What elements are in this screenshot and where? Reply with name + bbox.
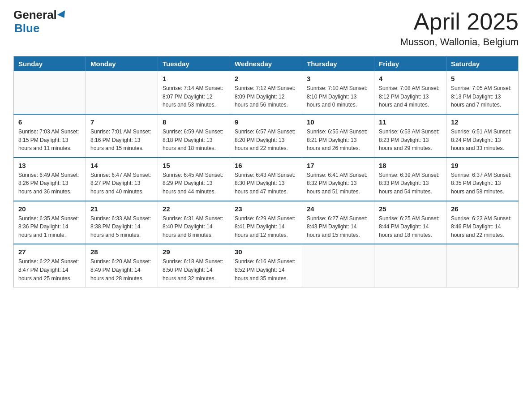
day-number: 7 (90, 118, 153, 126)
logo-arrow-icon (57, 10, 68, 20)
day-info: Sunrise: 6:16 AM Sunset: 8:52 PM Dayligh… (235, 257, 297, 283)
calendar-cell: 1Sunrise: 7:14 AM Sunset: 8:07 PM Daylig… (158, 71, 230, 114)
day-number: 13 (18, 162, 81, 169)
day-info: Sunrise: 6:55 AM Sunset: 8:21 PM Dayligh… (307, 128, 369, 153)
day-info: Sunrise: 7:14 AM Sunset: 8:07 PM Dayligh… (163, 84, 225, 109)
day-number: 21 (90, 205, 153, 213)
day-info: Sunrise: 6:29 AM Sunset: 8:41 PM Dayligh… (235, 214, 297, 240)
calendar-cell: 24Sunrise: 6:27 AM Sunset: 8:43 PM Dayli… (302, 201, 374, 244)
calendar-cell: 21Sunrise: 6:33 AM Sunset: 8:38 PM Dayli… (86, 201, 158, 244)
day-number: 17 (307, 162, 369, 169)
calendar-cell: 17Sunrise: 6:41 AM Sunset: 8:32 PM Dayli… (302, 158, 374, 201)
day-number: 25 (379, 205, 442, 213)
day-info: Sunrise: 7:12 AM Sunset: 8:09 PM Dayligh… (235, 84, 297, 109)
day-number: 16 (235, 162, 297, 169)
logo-blue-text: Blue (13, 21, 39, 35)
calendar-header-thursday: Thursday (302, 56, 374, 72)
day-number: 15 (163, 162, 225, 169)
day-info: Sunrise: 7:08 AM Sunset: 8:12 PM Dayligh… (379, 84, 442, 109)
day-number: 12 (451, 118, 514, 126)
calendar-cell (446, 244, 519, 287)
calendar-cell: 5Sunrise: 7:05 AM Sunset: 8:13 PM Daylig… (446, 71, 519, 114)
day-info: Sunrise: 6:25 AM Sunset: 8:44 PM Dayligh… (379, 214, 442, 240)
calendar-cell: 19Sunrise: 6:37 AM Sunset: 8:35 PM Dayli… (446, 158, 519, 201)
calendar-cell: 30Sunrise: 6:16 AM Sunset: 8:52 PM Dayli… (230, 244, 302, 287)
day-number: 20 (18, 205, 81, 213)
day-info: Sunrise: 6:23 AM Sunset: 8:46 PM Dayligh… (451, 214, 514, 240)
calendar-cell: 14Sunrise: 6:47 AM Sunset: 8:27 PM Dayli… (86, 158, 158, 201)
page-title: April 2025 (400, 9, 519, 34)
day-info: Sunrise: 6:49 AM Sunset: 8:26 PM Dayligh… (18, 171, 81, 196)
calendar-cell: 2Sunrise: 7:12 AM Sunset: 8:09 PM Daylig… (230, 71, 302, 114)
calendar-cell: 4Sunrise: 7:08 AM Sunset: 8:12 PM Daylig… (374, 71, 446, 114)
calendar-cell (374, 244, 446, 287)
day-info: Sunrise: 6:45 AM Sunset: 8:29 PM Dayligh… (163, 171, 225, 196)
day-info: Sunrise: 6:59 AM Sunset: 8:18 PM Dayligh… (163, 128, 225, 153)
day-info: Sunrise: 7:05 AM Sunset: 8:13 PM Dayligh… (451, 84, 514, 109)
calendar-week-row: 6Sunrise: 7:03 AM Sunset: 8:15 PM Daylig… (14, 114, 519, 158)
page-header: General Blue April 2025 Musson, Wallonia… (13, 9, 519, 48)
day-info: Sunrise: 6:20 AM Sunset: 8:49 PM Dayligh… (90, 257, 153, 283)
day-number: 22 (163, 205, 225, 213)
day-info: Sunrise: 7:03 AM Sunset: 8:15 PM Dayligh… (18, 128, 81, 153)
calendar-cell: 16Sunrise: 6:43 AM Sunset: 8:30 PM Dayli… (230, 158, 302, 201)
calendar-cell: 8Sunrise: 6:59 AM Sunset: 8:18 PM Daylig… (158, 114, 230, 158)
day-info: Sunrise: 6:33 AM Sunset: 8:38 PM Dayligh… (90, 214, 153, 240)
calendar-cell (14, 71, 86, 114)
calendar-cell: 20Sunrise: 6:35 AM Sunset: 8:36 PM Dayli… (14, 201, 86, 244)
calendar-header-friday: Friday (374, 56, 446, 72)
calendar-cell: 22Sunrise: 6:31 AM Sunset: 8:40 PM Dayli… (158, 201, 230, 244)
day-number: 29 (163, 248, 225, 256)
day-number: 6 (18, 118, 81, 126)
day-number: 28 (90, 248, 153, 256)
day-number: 26 (451, 205, 514, 213)
calendar-week-row: 1Sunrise: 7:14 AM Sunset: 8:07 PM Daylig… (14, 71, 519, 114)
day-number: 4 (379, 75, 442, 82)
day-info: Sunrise: 6:37 AM Sunset: 8:35 PM Dayligh… (451, 171, 514, 196)
calendar-week-row: 13Sunrise: 6:49 AM Sunset: 8:26 PM Dayli… (14, 158, 519, 201)
day-info: Sunrise: 7:01 AM Sunset: 8:16 PM Dayligh… (90, 128, 153, 153)
day-info: Sunrise: 6:27 AM Sunset: 8:43 PM Dayligh… (307, 214, 369, 240)
day-info: Sunrise: 6:41 AM Sunset: 8:32 PM Dayligh… (307, 171, 369, 196)
calendar-cell: 28Sunrise: 6:20 AM Sunset: 8:49 PM Dayli… (86, 244, 158, 287)
day-number: 19 (451, 162, 514, 169)
calendar-header-sunday: Sunday (14, 56, 86, 72)
day-info: Sunrise: 6:47 AM Sunset: 8:27 PM Dayligh… (90, 171, 153, 196)
calendar-cell: 12Sunrise: 6:51 AM Sunset: 8:24 PM Dayli… (446, 114, 519, 158)
calendar-cell: 13Sunrise: 6:49 AM Sunset: 8:26 PM Dayli… (14, 158, 86, 201)
logo: General Blue (13, 9, 67, 35)
calendar-cell (86, 71, 158, 114)
day-number: 8 (163, 118, 225, 126)
day-number: 5 (451, 75, 514, 82)
day-info: Sunrise: 6:43 AM Sunset: 8:30 PM Dayligh… (235, 171, 297, 196)
calendar-cell: 11Sunrise: 6:53 AM Sunset: 8:23 PM Dayli… (374, 114, 446, 158)
day-number: 3 (307, 75, 369, 82)
day-number: 9 (235, 118, 297, 126)
day-info: Sunrise: 6:51 AM Sunset: 8:24 PM Dayligh… (451, 128, 514, 153)
day-number: 23 (235, 205, 297, 213)
day-number: 14 (90, 162, 153, 169)
calendar-cell: 23Sunrise: 6:29 AM Sunset: 8:41 PM Dayli… (230, 201, 302, 244)
day-info: Sunrise: 7:10 AM Sunset: 8:10 PM Dayligh… (307, 84, 369, 109)
calendar-header-row: SundayMondayTuesdayWednesdayThursdayFrid… (14, 56, 519, 72)
day-number: 11 (379, 118, 442, 126)
logo-general-text: General (13, 9, 57, 21)
calendar-cell: 29Sunrise: 6:18 AM Sunset: 8:50 PM Dayli… (158, 244, 230, 287)
day-number: 18 (379, 162, 442, 169)
calendar-cell: 10Sunrise: 6:55 AM Sunset: 8:21 PM Dayli… (302, 114, 374, 158)
calendar-cell: 3Sunrise: 7:10 AM Sunset: 8:10 PM Daylig… (302, 71, 374, 114)
day-info: Sunrise: 6:53 AM Sunset: 8:23 PM Dayligh… (379, 128, 442, 153)
day-number: 24 (307, 205, 369, 213)
calendar-table: SundayMondayTuesdayWednesdayThursdayFrid… (13, 56, 519, 287)
calendar-cell: 27Sunrise: 6:22 AM Sunset: 8:47 PM Dayli… (14, 244, 86, 287)
calendar-cell: 18Sunrise: 6:39 AM Sunset: 8:33 PM Dayli… (374, 158, 446, 201)
calendar-cell: 25Sunrise: 6:25 AM Sunset: 8:44 PM Dayli… (374, 201, 446, 244)
day-number: 27 (18, 248, 81, 256)
day-info: Sunrise: 6:35 AM Sunset: 8:36 PM Dayligh… (18, 214, 81, 240)
calendar-week-row: 20Sunrise: 6:35 AM Sunset: 8:36 PM Dayli… (14, 201, 519, 244)
calendar-header-tuesday: Tuesday (158, 56, 230, 72)
calendar-cell: 9Sunrise: 6:57 AM Sunset: 8:20 PM Daylig… (230, 114, 302, 158)
calendar-cell: 6Sunrise: 7:03 AM Sunset: 8:15 PM Daylig… (14, 114, 86, 158)
calendar-week-row: 27Sunrise: 6:22 AM Sunset: 8:47 PM Dayli… (14, 244, 519, 287)
day-number: 1 (163, 75, 225, 82)
